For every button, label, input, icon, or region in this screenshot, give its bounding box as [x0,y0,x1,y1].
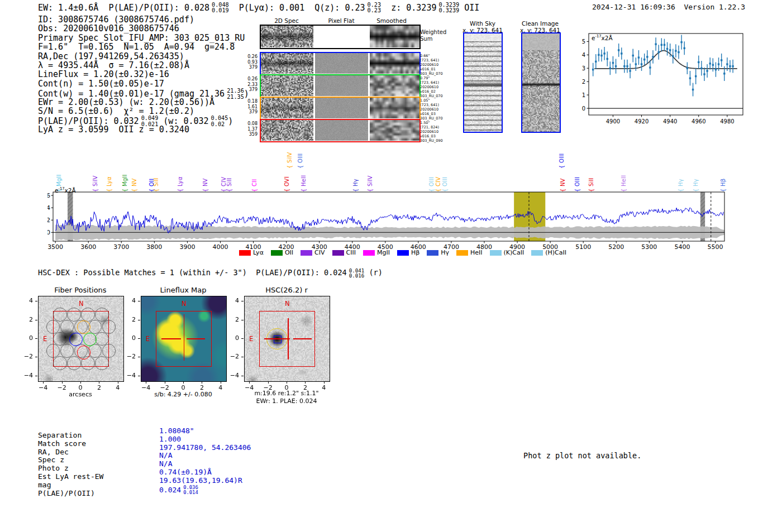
clean-title: Clean Imagex, y: 723, 641 [520,21,560,33]
fraction: 0.0450.02 [211,116,228,127]
line-label-SiII: { SiII [153,178,159,192]
legend-label: (K)CaII [504,249,524,256]
x-tick-label: −4 [245,384,254,391]
y-tick [35,301,37,301]
text-segment: OII [459,3,479,13]
match-row-label: Est LyA rest-EW [38,473,103,481]
info-line: Cont(n) = 1.50(±0.05)e-17 [38,79,249,88]
y-tick-label: 2 [227,316,239,323]
x-tick [305,381,306,384]
line-label-MgII: { MgII [122,174,128,192]
summary-header: EW: 1.4±0.6Å P(LAE)/P(OII): 0.0280.0480.… [38,2,479,14]
text-segment: Cont(n) = 1.50(±0.05)e-17 [38,79,164,89]
timestamp: 2024-12-31 16:09:36 [592,3,675,11]
spec2d-row-orange [260,97,421,120]
lineflux-map-title: Lineflux Map [160,286,207,294]
svg-text:5400: 5400 [674,243,690,251]
match-row-label: RA, Dec [38,448,103,457]
spec2d-row-black [260,25,421,49]
fraction: 21.3621.35 [227,88,244,100]
fiber-circle [81,308,95,322]
text-segment: EWr = 2.00(±0.53) (w: 2.20(±0.56))Å [38,97,214,107]
legend-label: OII [285,249,293,256]
timestamp-version: 2024-12-31 16:09:36 Version 1.22.3 [592,3,745,11]
svg-text:6: 6 [47,192,50,199]
line-label-NV: { NV [560,178,566,192]
line-label-Hγ: { Hγ [678,179,684,192]
col-header-2dspec: 2D Spec [274,17,299,24]
y-tick [35,357,37,357]
x-tick-label: 2 [200,384,204,391]
legend-swatch [456,250,468,256]
x-tick-label: 0 [285,384,289,391]
match-table-labels: SeparationMatch scoreRA, DecSpec zPhoto … [38,432,103,497]
legend-item-Lyα: Lyα [239,249,264,256]
east-label: E [146,335,150,343]
match-row-label: mag [38,481,103,490]
x-tick [62,381,63,384]
hscdex-match-line: HSC-DEX : Possible Matches = 1 (within +… [38,268,383,279]
match-row-value: N/A [159,452,251,460]
line-label-OIII: { OIII [574,177,580,192]
fiber-circle [46,344,60,358]
svg-text:0: 0 [47,229,50,236]
line-label-CIV: { CIV [221,177,227,192]
svg-text:2: 2 [47,217,50,224]
legend-swatch [531,250,543,256]
y-tick-label: 0 [227,334,239,342]
fiber-circle [95,356,109,370]
text-segment: N/A [159,451,172,459]
line-fit-plot: 49004920494049604980012345 [580,27,747,127]
info-block: ID: 3008675746 (3008675746.pdf)Obs: 2020… [38,15,249,134]
legend-swatch [427,250,438,256]
x-tick [118,381,118,384]
svg-text:5500: 5500 [707,243,723,251]
info-line: Cont(w) = 1.40(±0.01)e-17 (gmag 21.3621.… [38,88,249,97]
svg-text:3700: 3700 [113,243,129,251]
x-tick [221,381,221,384]
spec2d-row-right-labels: 0.66" (723, 641) 20200610 v016_01 303_RU… [420,54,443,76]
full-spectrum-plot: 3500360037003800390040004100420043004400… [47,191,732,253]
x-tick-label: 2 [303,384,307,391]
spectrum-legend: LyαOIICIVCIIIMgIIHβHγHeII(K)CaII(H)CaII [239,249,566,256]
fiber-circle-red [77,346,91,360]
text-segment: 0.024 [159,485,181,493]
crosshair-right [187,338,205,339]
y-tick-label: −2 [21,353,33,360]
svg-text:4000: 4000 [212,243,228,251]
line-label-NV: { NV [202,178,208,192]
svg-text:3800: 3800 [146,243,162,251]
line-label-Hγ: { Hγ [693,179,699,192]
x-tick [249,381,250,384]
legend-item-Hγ: Hγ [427,249,449,256]
match-row-label: Photo z [38,464,103,473]
svg-text:1: 1 [582,92,585,98]
clean-image [521,32,561,133]
fiber-circle-green [83,333,97,347]
svg-text:5200: 5200 [608,243,624,251]
match-row-value: N/A [159,460,251,468]
lineflux-sb-caption: s/b: 4.29 +/- 0.080 [154,391,212,398]
line-label-Hγ: { Hγ [352,179,359,192]
line-label-Lyα: { Lyα [106,176,112,192]
svg-text:4980: 4980 [720,118,734,124]
x-tick [165,381,165,384]
fiber-circle [67,308,81,322]
y-tick-label: 4 [21,297,33,304]
north-label: N [79,300,84,308]
legend-swatch [490,250,502,256]
svg-text:2: 2 [582,79,585,85]
fiber-circle [60,320,74,334]
fiber-circle [46,320,60,334]
y-tick [241,301,244,301]
match-row-label: Spec z [38,456,103,464]
svg-text:4900: 4900 [606,118,620,124]
x-tick-label: −4 [141,384,150,391]
match-row-value: 1.000 [159,435,251,444]
legend-item-(K)CaII: (K)CaII [490,249,524,256]
spectrum-unit-label: e-17x2Å [55,186,76,194]
legend-item-OII: OII [271,249,293,256]
text-segment: RA,Dec (197.941269,54.263435) [38,51,184,61]
y-tick [241,338,244,339]
match-row-value: 0.0240.0360.014 [159,485,251,495]
